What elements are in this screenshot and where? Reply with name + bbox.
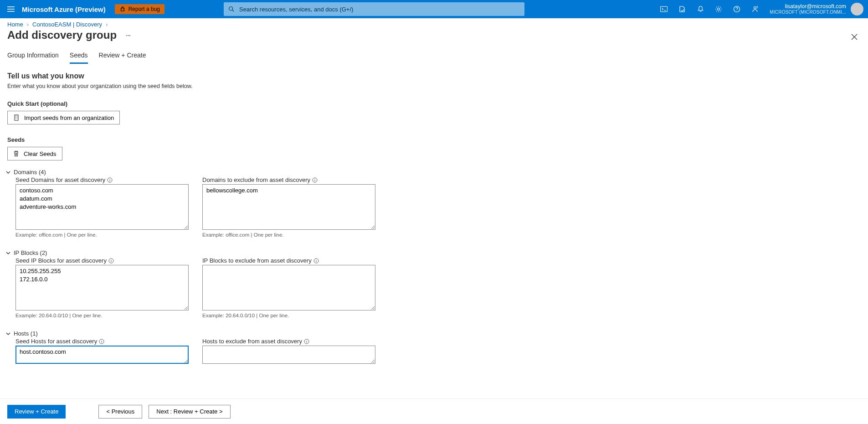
search-bar[interactable] (224, 2, 524, 16)
settings-icon[interactable] (709, 0, 728, 18)
svg-rect-3 (661, 6, 668, 12)
seeds-label: Seeds (7, 136, 861, 143)
topbar: Microsoft Azure (Preview) Report a bug (0, 0, 868, 18)
seed-ipblocks-example: Example: 20.64.0.0/10 | One per line. (15, 313, 189, 318)
clear-seeds-label: Clear Seeds (24, 150, 56, 157)
review-create-button[interactable]: Review + Create (7, 405, 66, 419)
report-bug-label: Report a bug (128, 6, 160, 12)
hosts-section: Hosts (1) Seed Hosts for asset discovery… (7, 330, 861, 365)
tab-seeds[interactable]: Seeds (70, 47, 88, 64)
import-seeds-label: Import seeds from an organization (24, 114, 114, 121)
exclude-hosts-label: Hosts to exclude from asset discovery (202, 338, 375, 345)
hosts-toggle[interactable]: Hosts (1) (5, 330, 861, 337)
chevron-right-icon: › (106, 21, 108, 28)
feedback-icon[interactable] (746, 0, 764, 18)
exclude-ipblocks-example: Example: 20.64.0.0/10 | One per line. (202, 313, 375, 318)
seeds-block: Seeds Clear Seeds (7, 136, 861, 160)
svg-point-4 (718, 8, 720, 10)
cloud-shell-icon[interactable] (655, 0, 673, 18)
domains-section: Domains (4) Seed Domains for asset disco… (7, 169, 861, 238)
section-heading: Tell us what you know (7, 72, 861, 80)
ipblocks-section: IP Blocks (2) Seed IP Blocks for asset d… (7, 249, 861, 318)
domains-toggle[interactable]: Domains (4) (5, 169, 861, 176)
exclude-ipblocks-label: IP Blocks to exclude from asset discover… (202, 257, 375, 264)
info-icon[interactable] (313, 258, 319, 264)
organization-icon (13, 114, 20, 121)
help-icon[interactable] (728, 0, 746, 18)
directories-icon[interactable] (673, 0, 691, 18)
chevron-right-icon: › (27, 21, 29, 28)
info-icon[interactable] (107, 177, 113, 183)
breadcrumb-home[interactable]: Home (7, 21, 23, 28)
top-icon-tray (655, 0, 764, 18)
info-icon[interactable] (108, 258, 114, 264)
page-title: Add discovery group (7, 29, 117, 41)
seed-domains-label: Seed Domains for asset discovery (15, 176, 189, 183)
svg-rect-7 (15, 115, 18, 120)
quickstart-block: Quick Start (optional) Import seeds from… (7, 100, 861, 124)
bug-icon (119, 6, 126, 12)
import-seeds-button[interactable]: Import seeds from an organization (7, 111, 120, 124)
ipblocks-header: IP Blocks (2) (14, 249, 47, 256)
hosts-header: Hosts (1) (14, 330, 38, 337)
wizard-footer: Review + Create < Previous Next : Review… (0, 398, 868, 424)
avatar[interactable] (851, 3, 863, 16)
chevron-down-icon (5, 170, 11, 175)
svg-line-2 (232, 10, 234, 12)
tab-group-information[interactable]: Group Information (7, 47, 59, 64)
tab-bar: Group Information Seeds Review + Create (0, 44, 868, 64)
seed-hosts-label: Seed Hosts for asset discovery (15, 338, 189, 345)
seed-hosts-input[interactable] (15, 346, 189, 364)
title-row: Add discovery group ··· (0, 29, 868, 44)
domains-header: Domains (4) (14, 169, 46, 176)
close-button[interactable] (851, 33, 858, 41)
svg-point-0 (121, 8, 124, 11)
seed-domains-example: Example: office.com | One per line. (15, 232, 189, 238)
main-content: Tell us what you know Enter what you kno… (0, 64, 868, 398)
svg-point-1 (229, 7, 233, 10)
seed-domains-input[interactable] (15, 184, 189, 230)
exclude-domains-example: Example: office.com | One per line. (202, 232, 375, 238)
quickstart-label: Quick Start (optional) (7, 100, 861, 107)
svg-point-6 (754, 7, 756, 9)
chevron-down-icon (5, 250, 11, 256)
search-icon (228, 6, 235, 12)
chevron-down-icon (5, 331, 11, 336)
notifications-icon[interactable] (691, 0, 709, 18)
account-email: lisataylor@microsoft.com (785, 4, 846, 10)
ipblocks-toggle[interactable]: IP Blocks (2) (5, 249, 861, 256)
exclude-ipblocks-input[interactable] (202, 265, 375, 310)
exclude-domains-input[interactable] (202, 184, 375, 230)
menu-icon[interactable] (0, 0, 22, 18)
clear-seeds-button[interactable]: Clear Seeds (7, 147, 62, 160)
info-icon[interactable] (304, 339, 309, 344)
search-input[interactable] (238, 5, 520, 13)
brand-title[interactable]: Microsoft Azure (Preview) (22, 5, 115, 13)
seed-ipblocks-label: Seed IP Blocks for asset discovery (15, 257, 189, 264)
breadcrumb: Home › ContosoEASM | Discovery › (0, 18, 868, 29)
next-button[interactable]: Next : Review + Create > (149, 405, 230, 419)
breadcrumb-discovery[interactable]: ContosoEASM | Discovery (32, 21, 102, 28)
previous-button[interactable]: < Previous (98, 405, 142, 419)
info-icon[interactable] (99, 339, 104, 344)
report-bug-button[interactable]: Report a bug (115, 4, 164, 14)
exclude-domains-label: Domains to exclude from asset discovery (202, 176, 375, 183)
exclude-hosts-input[interactable] (202, 346, 375, 364)
info-icon[interactable] (312, 177, 318, 183)
more-menu-icon[interactable]: ··· (126, 32, 131, 39)
account-tenant: MICROSOFT (MICROSOFT.ONMI... (770, 10, 846, 15)
trash-icon (13, 150, 19, 157)
seed-ipblocks-input[interactable] (15, 265, 189, 310)
section-subheading: Enter what you know about your organizat… (7, 83, 861, 89)
account-block[interactable]: lisataylor@microsoft.com MICROSOFT (MICR… (764, 0, 849, 18)
tab-review-create[interactable]: Review + Create (99, 47, 146, 64)
